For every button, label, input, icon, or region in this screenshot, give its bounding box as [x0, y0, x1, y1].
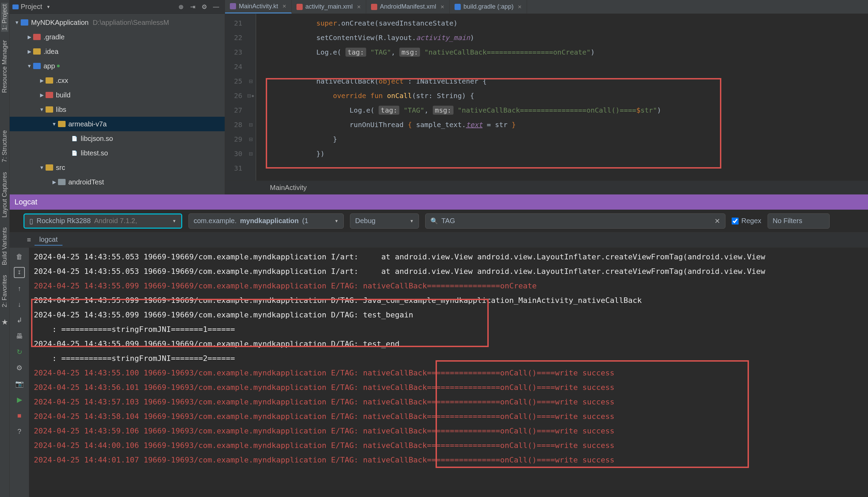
fold-gutter[interactable]: ⊟⊟●⊟⊟⊟ [246, 14, 256, 181]
regex-label: Regex [741, 217, 761, 225]
log-level: Debug [355, 217, 376, 225]
log-line[interactable]: 2024-04-25 14:43:55.100 19669-19693/com.… [34, 366, 868, 380]
tree-item[interactable]: ▼libs [10, 102, 225, 117]
filter-label: No Filters [773, 217, 802, 225]
close-icon[interactable]: ✕ [357, 4, 361, 10]
device-name: Rockchip Rk3288 [37, 217, 91, 225]
code-editor[interactable]: super.onCreate(savedInstanceState) setCo… [256, 14, 868, 181]
tree-item[interactable]: 📄libcjson.so [10, 131, 225, 146]
rail-layout-captures[interactable]: Layout Captures [1, 171, 8, 219]
editor-tab[interactable]: AndroidManifest.xml✕ [366, 0, 450, 13]
target-icon[interactable]: ⊕ [176, 2, 185, 11]
trash-icon[interactable]: 🗑 [14, 251, 25, 262]
regex-checkbox[interactable] [732, 218, 739, 224]
stop-icon[interactable]: ■ [14, 410, 25, 421]
logcat-toolbar: ▯ Rockchip Rk3288 Android 7.1.2, ▼ com.e… [10, 210, 868, 232]
tree-item[interactable]: ▼app [10, 59, 225, 73]
camera-icon[interactable]: 📷 [14, 378, 25, 389]
editor-area: MainActivity.kt✕activity_main.xml✕Androi… [225, 0, 868, 194]
project-header: Project ▼ ⊕ ⇥ ⚙ — [10, 0, 225, 14]
log-line[interactable]: 2024-04-25 14:43:55.053 19669-19669/com.… [34, 264, 868, 279]
help-icon[interactable]: ? [14, 426, 25, 437]
tree-item[interactable]: ▶.gradle [10, 30, 225, 44]
rail-build-variants[interactable]: Build Variants [1, 226, 8, 267]
process-suffix: (1 [302, 217, 309, 225]
close-icon[interactable]: ✕ [440, 4, 445, 10]
logcat-title-bar[interactable]: Logcat [10, 194, 868, 210]
gear-icon[interactable]: ⚙ [200, 2, 209, 11]
regex-toggle[interactable]: Regex [732, 217, 761, 225]
chevron-down-icon: ▼ [410, 219, 414, 223]
log-line[interactable]: 2024-04-25 14:43:55.099 19669-19669/com.… [34, 308, 868, 322]
chevron-down-icon: ▼ [172, 219, 176, 223]
log-line[interactable]: 2024-04-25 14:43:55.053 19669-19669/com.… [34, 250, 868, 264]
editor-tab[interactable]: MainActivity.kt✕ [225, 0, 292, 13]
log-line[interactable]: 2024-04-25 14:43:59.106 19669-19693/com.… [34, 424, 868, 438]
tree-item[interactable]: ▶.idea [10, 44, 225, 59]
log-line[interactable]: 2024-04-25 14:43:55.099 19669-19669/com.… [34, 293, 868, 308]
rail-favorites[interactable]: 2: Favorites [1, 274, 8, 309]
search-icon: 🔍 [430, 217, 438, 225]
log-level-selector[interactable]: Debug ▼ [350, 213, 419, 229]
process-prefix: com.example. [194, 217, 237, 225]
tree-item[interactable]: 📄libtest.so [10, 146, 225, 160]
logcat-search[interactable]: 🔍 TAG ✕ [425, 213, 725, 229]
close-icon[interactable]: ✕ [282, 3, 286, 9]
project-icon [12, 4, 19, 10]
project-tree[interactable]: ▼MyNDKApplicationD:\appliation\SeamlessM… [10, 14, 225, 194]
project-title[interactable]: Project [21, 3, 42, 11]
logcat-output[interactable]: 2024-04-25 14:43:55.053 19669-19669/com.… [29, 248, 868, 497]
close-icon[interactable]: ✕ [518, 4, 522, 10]
collapse-icon[interactable]: ⇥ [188, 2, 197, 11]
search-value: TAG [441, 217, 455, 225]
project-panel: Project ▼ ⊕ ⇥ ⚙ — ▼MyNDKApplicationD:\ap… [10, 0, 225, 194]
project-dropdown-icon[interactable]: ▼ [46, 4, 50, 9]
chevron-down-icon: ▼ [334, 219, 339, 223]
print-icon[interactable]: 🖶 [14, 331, 25, 342]
logcat-tabs: ≡ logcat [10, 232, 868, 248]
line-number-gutter: 2122232425262728293031 [225, 14, 246, 181]
editor-tabs: MainActivity.kt✕activity_main.xml✕Androi… [225, 0, 868, 14]
filter-selector[interactable]: No Filters [768, 213, 830, 229]
log-line[interactable]: 2024-04-25 14:43:55.099 19669-19669/com.… [34, 279, 868, 293]
left-tool-rail: 1: Project Resource Manager 7: Structure… [0, 0, 10, 497]
up-icon[interactable]: ↑ [14, 283, 25, 294]
rail-resource-manager[interactable]: Resource Manager [1, 39, 8, 94]
rail-structure[interactable]: 7: Structure [1, 129, 8, 164]
minimize-icon[interactable]: — [212, 2, 221, 11]
log-line[interactable]: : ===========stringFromJNI=======2====== [34, 351, 868, 366]
tree-item[interactable]: ▶build [10, 88, 225, 102]
logcat-side-toolbar: 🗑 ↧ ↑ ↓ ↲ 🖶 ↻ ⚙ 📷 ▶ ■ ? [10, 248, 29, 497]
log-line[interactable]: 2024-04-25 14:43:56.101 19669-19693/com.… [34, 380, 868, 395]
log-line[interactable]: 2024-04-25 14:44:00.106 19669-19693/com.… [34, 438, 868, 453]
filter-icon[interactable]: ≡ [27, 236, 31, 244]
device-selector[interactable]: ▯ Rockchip Rk3288 Android 7.1.2, ▼ [23, 213, 182, 229]
tree-item[interactable]: ▶.cxx [10, 73, 225, 88]
restart-icon[interactable]: ↻ [14, 346, 25, 357]
rail-project[interactable]: 1: Project [1, 3, 8, 32]
scroll-end-icon[interactable]: ↧ [14, 267, 25, 278]
settings-icon[interactable]: ⚙ [14, 362, 25, 373]
log-line[interactable]: 2024-04-25 14:43:58.104 19669-19693/com.… [34, 409, 868, 424]
run-icon[interactable]: ▶ [14, 394, 25, 405]
breadcrumb[interactable]: MainActivity [225, 181, 868, 194]
editor-tab[interactable]: activity_main.xml✕ [292, 0, 366, 13]
down-icon[interactable]: ↓ [14, 299, 25, 310]
device-android: Android 7.1.2, [94, 217, 137, 225]
log-line[interactable]: 2024-04-25 14:43:57.103 19669-19693/com.… [34, 395, 868, 409]
logcat-tab[interactable]: logcat [35, 234, 62, 246]
tree-item[interactable]: ▼src [10, 160, 225, 175]
clear-search-icon[interactable]: ✕ [714, 217, 720, 225]
phone-icon: ▯ [29, 217, 33, 225]
log-line[interactable]: 2024-04-25 14:43:55.099 19669-19669/com.… [34, 337, 868, 351]
wrap-icon[interactable]: ↲ [14, 315, 25, 326]
process-selector[interactable]: com.example.myndkapplication (1 ▼ [188, 213, 344, 229]
svg-rect-0 [12, 4, 19, 9]
tree-item[interactable]: ▼armeabi-v7a [10, 117, 225, 131]
process-name: myndkapplication [240, 217, 299, 225]
log-line[interactable]: : ===========stringFromJNI=======1====== [34, 322, 868, 337]
tree-item[interactable]: ▶androidTest [10, 175, 225, 189]
log-line[interactable]: 2024-04-25 14:44:01.107 19669-19693/com.… [34, 453, 868, 467]
tree-root[interactable]: ▼MyNDKApplicationD:\appliation\SeamlessM [10, 15, 225, 30]
editor-tab[interactable]: build.gradle (:app)✕ [450, 0, 527, 13]
